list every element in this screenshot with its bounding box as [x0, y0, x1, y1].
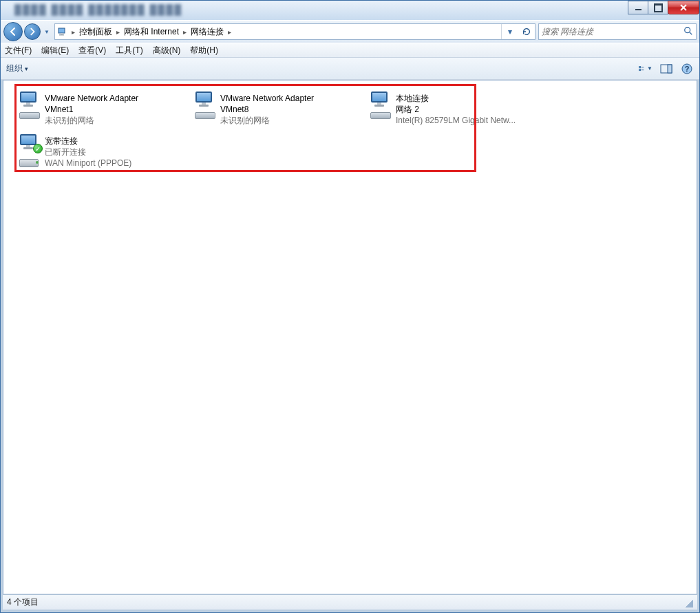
navbar: ▼ ▸ 控制面板 ▸ 网络和 Internet ▸ 网络连接 ▸ ▾ [1, 20, 699, 43]
search-placeholder: 搜索 网络连接 [542, 26, 593, 38]
connection-icon: ✓ [14, 134, 45, 171]
view-options-icon [639, 63, 646, 74]
connection-item-broadband[interactable]: ✓ 宽带连接 已断开连接 WAN Miniport (PPPOE) [13, 131, 189, 171]
svg-rect-2 [59, 34, 64, 36]
svg-text:?: ? [685, 65, 690, 73]
refresh-button[interactable] [518, 24, 535, 39]
check-badge-icon: ✓ [33, 144, 43, 153]
connection-status: 未识别的网络 [220, 115, 314, 126]
help-icon: ? [681, 63, 692, 74]
svg-rect-6 [639, 69, 641, 70]
breadcrumb-sep[interactable]: ▸ [225, 28, 234, 36]
menubar: 文件(F) 编辑(E) 查看(V) 工具(T) 高级(N) 帮助(H) [1, 43, 699, 58]
resize-grip[interactable] [683, 598, 693, 607]
breadcrumb-sep[interactable]: ▸ [69, 28, 78, 36]
svg-rect-5 [639, 66, 641, 67]
organize-label: 组织 [6, 63, 23, 74]
status-text: 4 个项目 [7, 596, 39, 608]
forward-button[interactable] [24, 23, 41, 40]
connection-title: 本地连接 [396, 93, 516, 104]
connection-item-local[interactable]: 本地连接 网络 2 Intel(R) 82579LM Gigabit Netw.… [364, 89, 540, 129]
titlebar[interactable]: ████ ████ ███████ ████ [1, 1, 699, 20]
nic-chip-icon [195, 112, 215, 119]
explorer-window: ████ ████ ███████ ████ ▼ [0, 0, 700, 613]
breadcrumb-sep[interactable]: ▸ [180, 28, 189, 36]
connection-icon [190, 92, 220, 119]
menu-help[interactable]: 帮助(H) [190, 45, 218, 56]
network-adapter-icon: ✓ [18, 134, 41, 152]
svg-rect-1 [61, 33, 63, 34]
organize-button[interactable]: 组织 ▾ [6, 63, 28, 74]
chevron-down-icon: ▾ [25, 65, 28, 72]
connection-name: 网络 2 [396, 104, 516, 115]
menu-file[interactable]: 文件(F) [5, 45, 32, 56]
connection-title: 宽带连接 [45, 136, 131, 147]
toolbar: 组织 ▾ ▼ ? [1, 58, 699, 80]
address-bar[interactable]: ▸ 控制面板 ▸ 网络和 Internet ▸ 网络连接 ▸ ▾ [54, 23, 535, 40]
connection-name: VMnet8 [220, 104, 314, 115]
arrow-left-icon [8, 27, 18, 36]
breadcrumb-network-connections[interactable]: 网络连接 [189, 26, 225, 38]
network-adapter-icon [18, 92, 41, 109]
menu-tools[interactable]: 工具(T) [116, 45, 142, 56]
connection-name: VMnet1 [45, 104, 138, 115]
nic-chip-icon [370, 112, 391, 119]
connection-title: VMware Network Adapter [220, 93, 314, 104]
arrow-right-icon [28, 28, 36, 36]
connection-icon [14, 92, 45, 119]
menu-view[interactable]: 查看(V) [78, 45, 106, 56]
search-icon[interactable] [683, 26, 693, 38]
titlebar-text: ████ ████ ███████ ████ [14, 4, 359, 17]
connection-title: VMware Network Adapter [45, 93, 138, 104]
change-view-button[interactable]: ▼ [639, 62, 653, 76]
menu-advanced[interactable]: 高级(N) [153, 45, 181, 56]
breadcrumb-sep[interactable]: ▸ [114, 28, 123, 36]
modem-icon [18, 153, 41, 171]
connection-status: 已断开连接 [45, 147, 131, 158]
connection-status: 未识别的网络 [45, 115, 138, 126]
search-input[interactable]: 搜索 网络连接 [538, 23, 697, 40]
close-button[interactable] [668, 1, 699, 14]
svg-rect-10 [668, 65, 672, 73]
recent-locations-button[interactable]: ▼ [42, 25, 52, 38]
preview-pane-icon [660, 64, 672, 74]
nic-chip-icon [19, 112, 40, 119]
svg-line-4 [690, 32, 692, 34]
svg-rect-0 [59, 28, 65, 33]
network-adapter-icon [193, 92, 217, 109]
svg-point-3 [685, 27, 690, 32]
window-buttons [628, 1, 699, 14]
connection-device: WAN Miniport (PPPOE) [45, 158, 131, 169]
breadcrumb-network-internet[interactable]: 网络和 Internet [123, 26, 180, 38]
chevron-down-icon: ▼ [647, 65, 653, 72]
connection-item-vmnet8[interactable]: VMware Network Adapter VMnet8 未识别的网络 [189, 89, 364, 129]
refresh-icon [522, 27, 531, 36]
menu-edit[interactable]: 编辑(E) [41, 45, 69, 56]
preview-pane-button[interactable] [659, 62, 673, 76]
connection-item-vmnet1[interactable]: VMware Network Adapter VMnet1 未识别的网络 [13, 89, 189, 129]
connection-status: Intel(R) 82579LM Gigabit Netw... [396, 115, 516, 126]
breadcrumb-control-panel[interactable]: 控制面板 [78, 26, 114, 38]
connection-icon [365, 92, 396, 119]
address-actions: ▾ [501, 24, 535, 39]
maximize-button[interactable] [648, 1, 668, 14]
address-dropdown-button[interactable]: ▾ [502, 24, 518, 39]
content-area[interactable]: VMware Network Adapter VMnet1 未识别的网络 VMw… [3, 80, 697, 594]
network-adapter-icon [369, 92, 392, 109]
back-button[interactable] [3, 22, 23, 41]
network-connections-icon [56, 25, 69, 38]
connections-grid: VMware Network Adapter VMnet1 未识别的网络 VMw… [3, 80, 697, 180]
help-button[interactable]: ? [680, 62, 694, 76]
close-icon [679, 3, 688, 12]
toolbar-right: ▼ ? [639, 62, 694, 76]
minimize-button[interactable] [628, 1, 648, 14]
statusbar: 4 个项目 [3, 594, 697, 610]
